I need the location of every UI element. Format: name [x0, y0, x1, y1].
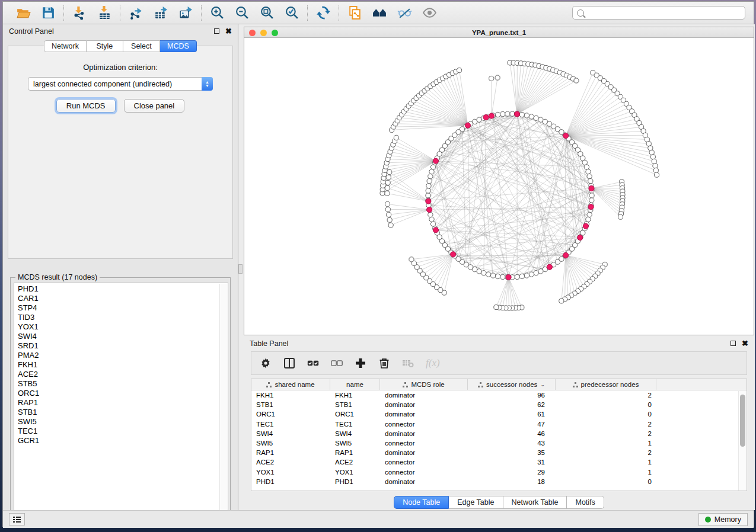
table-row[interactable]: PHD1PHD1dominator180: [251, 477, 747, 486]
export-table-icon[interactable]: [152, 5, 169, 21]
table-cell: SWI4: [251, 430, 330, 437]
table-cell: 2: [556, 392, 656, 399]
list-item[interactable]: ORC1: [18, 389, 228, 398]
table-row[interactable]: RAP1RAP1dominator352: [251, 448, 747, 457]
mcds-result-group: MCDS result (17 nodes) PHD1CAR1STP4TID3Y…: [10, 277, 231, 521]
list-item[interactable]: SRD1: [18, 341, 228, 351]
close-panel-icon[interactable]: ✖: [742, 341, 748, 346]
table-cell: 1: [556, 469, 656, 476]
float-panel-icon[interactable]: [214, 28, 219, 34]
optimization-criterion-select[interactable]: largest connected component (undirected)…: [28, 77, 213, 91]
deselect-all-icon[interactable]: [331, 357, 343, 369]
import-table-icon[interactable]: [96, 5, 113, 21]
list-item[interactable]: CAR1: [18, 294, 228, 303]
table-row[interactable]: FKH1FKH1dominator962: [251, 390, 747, 400]
column-header-name[interactable]: name: [330, 379, 380, 390]
tab-edge-table[interactable]: Edge Table: [449, 496, 503, 509]
splitter-grip-icon[interactable]: [238, 264, 243, 274]
column-label: name: [346, 381, 363, 388]
table-cell: STB1: [330, 401, 380, 408]
tab-motifs[interactable]: Motifs: [567, 496, 604, 509]
first-neighbors-icon[interactable]: [371, 5, 388, 21]
apply-layout-icon[interactable]: [315, 5, 331, 21]
open-icon[interactable]: [15, 5, 31, 21]
tab-mcds[interactable]: MCDS: [160, 40, 197, 52]
zoom-selected-icon[interactable]: [283, 5, 300, 21]
task-history-button[interactable]: [9, 513, 25, 525]
network-graph[interactable]: [244, 38, 754, 335]
gear-icon[interactable]: [260, 357, 272, 369]
table-row[interactable]: ORC1ORC1dominator610: [251, 409, 747, 419]
network-window-titlebar[interactable]: YPA_prune.txt_1: [244, 27, 754, 38]
list-item[interactable]: STB1: [18, 408, 228, 417]
list-item[interactable]: SWI5: [18, 417, 228, 427]
zoom-out-icon[interactable]: [234, 5, 250, 21]
select-all-icon[interactable]: [307, 357, 319, 369]
search-input[interactable]: [572, 6, 745, 20]
table-toolbar: f(x): [251, 351, 747, 375]
panel-splitter[interactable]: [238, 24, 243, 510]
hide-selected-icon[interactable]: [396, 5, 413, 21]
table-cell: PHD1: [330, 478, 380, 485]
scrollbar-thumb[interactable]: [740, 395, 745, 447]
close-panel-button[interactable]: Close panel: [124, 99, 185, 113]
export-image-icon[interactable]: [177, 5, 194, 21]
run-mcds-button[interactable]: Run MCDS: [56, 99, 116, 113]
list-item[interactable]: TEC1: [18, 427, 228, 436]
minimize-window-icon[interactable]: [260, 30, 267, 36]
table-row[interactable]: SWI5SWI5connector431: [251, 438, 747, 448]
show-all-icon[interactable]: [421, 5, 438, 21]
list-item[interactable]: TID3: [18, 313, 228, 322]
table-cell: ACE2: [330, 459, 380, 466]
list-item[interactable]: YOX1: [18, 322, 228, 332]
zoom-fit-icon[interactable]: [259, 5, 275, 21]
column-header-shared-name[interactable]: shared name: [251, 379, 330, 390]
tab-network[interactable]: Network: [44, 40, 87, 52]
table-cell: 43: [468, 440, 556, 447]
add-icon[interactable]: [355, 357, 366, 369]
table-cell: TEC1: [330, 421, 380, 428]
list-item[interactable]: GCR1: [18, 436, 228, 446]
network-canvas[interactable]: [244, 38, 754, 335]
table-row[interactable]: TEC1TEC1connector472: [251, 419, 747, 429]
close-panel-icon[interactable]: ✖: [225, 28, 232, 34]
column-header-predecessor-nodes[interactable]: predecessor nodes: [556, 379, 656, 390]
tab-select[interactable]: Select: [123, 40, 160, 52]
list-item[interactable]: SWI4: [18, 332, 228, 341]
list-item[interactable]: PHD1: [18, 284, 228, 294]
table-cell: ACE2: [251, 459, 330, 466]
tab-style[interactable]: Style: [87, 40, 123, 52]
tab-network-table[interactable]: Network Table: [503, 496, 567, 509]
columns-icon[interactable]: [283, 357, 295, 369]
memory-label: Memory: [714, 515, 741, 524]
zoom-in-icon[interactable]: [209, 5, 225, 21]
new-network-from-selection-icon[interactable]: [346, 5, 363, 21]
maximize-window-icon[interactable]: [272, 30, 278, 36]
table-row[interactable]: SWI4SWI4dominator462: [251, 429, 747, 438]
tab-node-table[interactable]: Node Table: [394, 496, 449, 509]
delete-icon[interactable]: [378, 357, 390, 369]
list-item[interactable]: STB5: [18, 379, 228, 389]
list-item[interactable]: FKH1: [18, 360, 228, 370]
list-item[interactable]: PMA2: [18, 351, 228, 360]
list-item[interactable]: ACE2: [18, 370, 228, 379]
import-network-icon[interactable]: [71, 5, 88, 21]
close-window-icon[interactable]: [249, 30, 256, 36]
list-item[interactable]: STP4: [18, 303, 228, 313]
memory-button[interactable]: Memory: [698, 513, 748, 526]
table-row[interactable]: YOX1YOX1connector291: [251, 467, 747, 477]
table-row[interactable]: STB1STB1dominator620: [251, 400, 747, 409]
control-panel-header: Control Panel ✖: [3, 24, 238, 38]
float-panel-icon[interactable]: [731, 341, 736, 346]
list-item[interactable]: RAP1: [18, 398, 228, 408]
export-network-icon[interactable]: [127, 5, 144, 21]
table-cell: connector: [380, 459, 468, 466]
mcds-result-list[interactable]: PHD1CAR1STP4TID3YOX1SWI4SRD1PMA2FKH1ACE2…: [14, 283, 228, 518]
list-scrollbar[interactable]: [219, 284, 227, 518]
column-header-successor-nodes[interactable]: successor nodes⌄: [468, 379, 556, 390]
save-icon[interactable]: [40, 5, 56, 21]
table-row[interactable]: ACE2ACE2connector311: [251, 457, 747, 467]
column-header-MCDS-role[interactable]: MCDS role: [380, 379, 468, 390]
table-scrollbar[interactable]: [738, 391, 746, 491]
table-panel-title: Table Panel: [250, 339, 731, 348]
